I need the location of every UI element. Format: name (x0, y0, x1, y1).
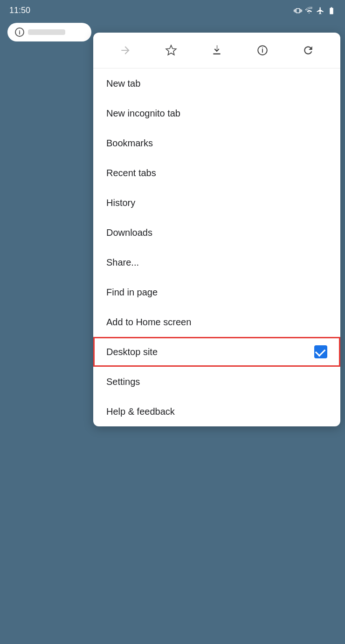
menu-item-label-share: Share... (106, 257, 139, 268)
wifi-icon (305, 7, 313, 15)
menu-item-new-incognito-tab[interactable]: New incognito tab (93, 98, 340, 128)
menu-item-settings[interactable]: Settings (93, 367, 340, 397)
menu-item-recent-tabs[interactable]: Recent tabs (93, 158, 340, 188)
star-icon (165, 44, 177, 56)
info-circle-icon: i (256, 44, 269, 56)
menu-item-new-tab[interactable]: New tab (93, 69, 340, 98)
menu-item-bookmarks[interactable]: Bookmarks (93, 128, 340, 158)
refresh-button[interactable] (298, 40, 318, 61)
dropdown-menu: i New tabNew incognito tabBookmarksRecen… (93, 33, 340, 426)
menu-item-share[interactable]: Share... (93, 247, 340, 277)
menu-item-label-desktop-site: Desktop site (106, 347, 158, 357)
menu-item-label-new-tab: New tab (106, 78, 140, 89)
menu-item-label-new-incognito-tab: New incognito tab (106, 108, 180, 119)
status-icons (294, 7, 336, 15)
info-button[interactable]: i (252, 40, 273, 61)
bookmark-button[interactable] (161, 40, 181, 61)
menu-item-label-bookmarks: Bookmarks (106, 138, 153, 149)
menu-item-add-to-home[interactable]: Add to Home screen (93, 307, 340, 337)
address-text (28, 29, 65, 35)
menu-toolbar: i (93, 33, 340, 69)
menu-item-label-downloads: Downloads (106, 227, 152, 238)
status-bar: 11:50 (0, 0, 345, 19)
address-bar[interactable]: i (7, 23, 91, 41)
menu-item-label-add-to-home: Add to Home screen (106, 317, 191, 328)
menu-item-desktop-site[interactable]: Desktop site (93, 337, 340, 367)
checkbox-checked-icon (314, 345, 327, 358)
menu-item-label-settings: Settings (106, 377, 140, 387)
menu-item-label-help-feedback: Help & feedback (106, 406, 175, 417)
menu-item-help-feedback[interactable]: Help & feedback (93, 397, 340, 426)
status-time: 11:50 (9, 6, 30, 15)
download-icon (211, 44, 223, 56)
download-button[interactable] (207, 40, 227, 61)
menu-item-history[interactable]: History (93, 188, 340, 218)
forward-icon (119, 44, 131, 56)
menu-item-label-history: History (106, 198, 135, 208)
airplane-icon (316, 7, 324, 15)
menu-item-downloads[interactable]: Downloads (93, 218, 340, 247)
menu-item-label-recent-tabs: Recent tabs (106, 168, 156, 178)
address-info-icon: i (15, 27, 24, 37)
forward-button[interactable] (115, 40, 136, 61)
svg-text:i: i (262, 47, 263, 54)
menu-item-find-in-page[interactable]: Find in page (93, 277, 340, 307)
vibrate-icon (294, 7, 302, 15)
checkbox-desktop-site[interactable] (314, 345, 327, 358)
refresh-icon (302, 44, 314, 56)
battery-icon (327, 7, 336, 15)
menu-items-container: New tabNew incognito tabBookmarksRecent … (93, 69, 340, 426)
menu-item-label-find-in-page: Find in page (106, 287, 158, 298)
